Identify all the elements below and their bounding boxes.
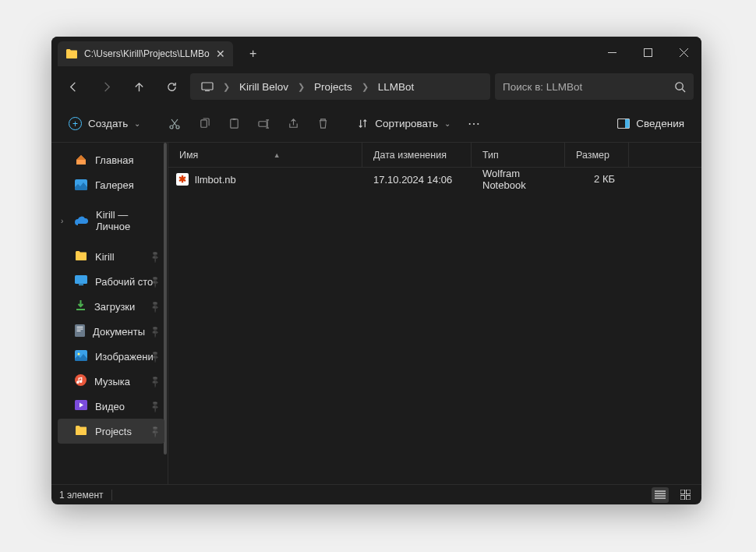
svg-point-22 [75, 374, 87, 386]
svg-rect-3 [205, 90, 210, 91]
new-tab-button[interactable]: + [241, 41, 266, 66]
sort-button[interactable]: Сортировать ⌄ [349, 111, 458, 137]
sidebar-onedrive[interactable]: › Kirill — Личное [58, 208, 164, 233]
sidebar-item-label: Документы [93, 326, 145, 338]
sort-icon [357, 118, 369, 129]
svg-point-5 [170, 126, 173, 129]
details-view-button[interactable] [652, 487, 669, 503]
details-pane-icon [617, 119, 630, 129]
cut-button[interactable] [161, 111, 189, 137]
svg-rect-9 [232, 119, 235, 120]
svg-rect-0 [608, 52, 616, 53]
share-button[interactable] [279, 111, 307, 137]
folder-icon [75, 425, 87, 438]
svg-rect-1 [644, 48, 652, 56]
sidebar-quick-0[interactable]: Kirill [58, 244, 164, 269]
rename-button[interactable] [249, 111, 277, 137]
sidebar-quick-7[interactable]: Projects [58, 419, 164, 444]
svg-point-21 [78, 352, 80, 355]
svg-rect-8 [231, 119, 238, 128]
chevron-down-icon: ⌄ [134, 119, 140, 128]
sort-asc-icon: ▲ [274, 151, 281, 159]
sidebar-item-label: Projects [95, 426, 132, 437]
plus-circle-icon: + [69, 117, 82, 130]
copy-button[interactable] [190, 111, 218, 137]
back-button[interactable] [59, 73, 87, 101]
column-date[interactable]: Дата изменения [362, 143, 472, 167]
sidebar-quick-2[interactable]: Загрузки [58, 294, 164, 319]
file-size: 2 КБ [594, 173, 615, 185]
svg-rect-14 [75, 275, 87, 284]
sidebar-quick-3[interactable]: Документы [58, 319, 164, 344]
svg-rect-17 [77, 327, 83, 327]
svg-rect-24 [680, 490, 685, 494]
breadcrumb-seg-1[interactable]: Projects [308, 78, 359, 96]
breadcrumb[interactable]: ❯ Kirill Belov ❯ Projects ❯ LLMBot [190, 73, 490, 100]
sidebar-item-label: Рабочий сто [95, 276, 153, 288]
maximize-button[interactable] [630, 37, 666, 68]
sidebar-item-label: Музыка [94, 376, 130, 387]
minimize-button[interactable] [594, 37, 630, 68]
breadcrumb-root[interactable] [195, 79, 220, 94]
video-icon [75, 400, 87, 412]
up-button[interactable] [125, 73, 153, 101]
image-icon [75, 350, 87, 363]
search-box[interactable] [495, 73, 694, 100]
sidebar-item-label: Изображени [95, 351, 154, 363]
status-count: 1 элемент [59, 490, 104, 501]
sidebar-quick-1[interactable]: Рабочий сто [58, 269, 164, 294]
forward-button[interactable] [92, 73, 120, 101]
svg-rect-27 [686, 496, 691, 501]
column-type[interactable]: Тип [472, 143, 565, 167]
chevron-right-icon: ❯ [298, 82, 305, 92]
column-name[interactable]: Имя▲ [168, 143, 362, 167]
breadcrumb-seg-0[interactable]: Kirill Belov [233, 78, 295, 96]
chevron-right-icon: ❯ [362, 82, 369, 92]
sidebar-item-label: Видео [95, 401, 125, 412]
search-input[interactable] [503, 81, 668, 93]
gallery-icon [75, 179, 87, 190]
svg-point-6 [176, 126, 179, 129]
wolfram-file-icon: ✱ [176, 173, 189, 186]
tab-title: C:\Users\Kirill\Projects\LLMBo [84, 48, 210, 59]
file-pane: Имя▲ Дата изменения Тип Размер ✱llmbot.n… [168, 143, 701, 484]
sidebar-quick-6[interactable]: Видео [58, 394, 164, 419]
close-window-button[interactable] [666, 37, 701, 68]
sidebar-gallery[interactable]: Галерея [58, 172, 164, 197]
more-button[interactable]: ⋯ [460, 111, 488, 137]
sidebar-home[interactable]: Главная [58, 147, 164, 172]
svg-rect-18 [77, 328, 83, 329]
close-tab-icon[interactable]: ✕ [216, 48, 225, 60]
tab-current[interactable]: C:\Users\Kirill\Projects\LLMBo ✕ [58, 41, 233, 66]
titlebar: C:\Users\Kirill\Projects\LLMBo ✕ + [51, 37, 701, 68]
svg-rect-12 [625, 119, 630, 128]
file-name: llmbot.nb [195, 174, 236, 186]
chevron-right-icon: ❯ [223, 82, 230, 92]
desktop-icon [75, 275, 87, 288]
home-icon [75, 154, 87, 166]
sidebar-quick-5[interactable]: Музыка [58, 369, 164, 394]
paste-button[interactable] [220, 111, 248, 137]
svg-rect-15 [79, 285, 83, 286]
svg-rect-19 [77, 331, 81, 331]
svg-rect-10 [259, 122, 267, 127]
sidebar: Главная Галерея › Kirill — Личное Kirill… [51, 143, 168, 484]
sidebar-quick-4[interactable]: Изображени [58, 344, 164, 369]
monitor-icon [201, 82, 214, 91]
doc-icon [75, 324, 85, 339]
music-icon [75, 374, 87, 388]
cloud-icon [75, 216, 88, 225]
svg-rect-2 [202, 83, 213, 90]
create-button[interactable]: + Создать ⌄ [61, 111, 148, 137]
column-size[interactable]: Размер [565, 143, 629, 167]
details-pane-button[interactable]: Сведения [609, 111, 692, 137]
folder-icon [65, 48, 78, 59]
delete-button[interactable] [309, 111, 337, 137]
refresh-button[interactable] [157, 73, 185, 101]
column-headers: Имя▲ Дата изменения Тип Размер [168, 143, 701, 168]
file-type: Wolfram Notebook [482, 168, 554, 191]
thumbnail-view-button[interactable] [677, 487, 694, 503]
svg-rect-25 [686, 490, 691, 494]
file-row[interactable]: ✱llmbot.nb 17.10.2024 14:06 Wolfram Note… [168, 168, 701, 191]
breadcrumb-seg-2[interactable]: LLMBot [372, 78, 421, 96]
